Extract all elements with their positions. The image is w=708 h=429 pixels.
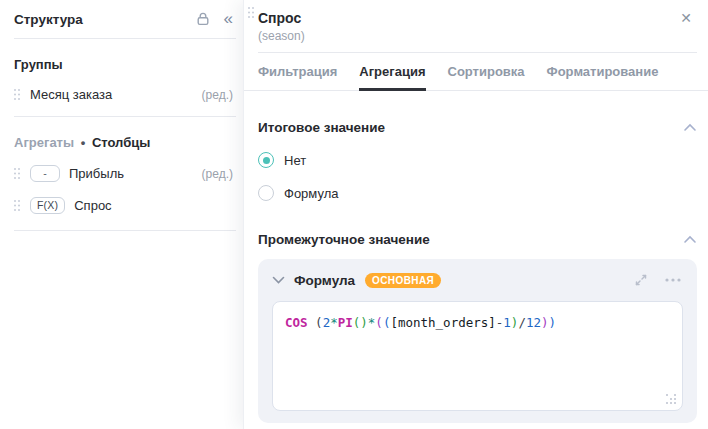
list-item-demand[interactable]: F(X) Спрос [14, 197, 233, 214]
columns-label: Столбцы [92, 135, 150, 150]
formula-card-header: Формула ОСНОВНАЯ [272, 267, 683, 293]
divider [14, 116, 236, 117]
divider [14, 38, 236, 39]
formula-card: Формула ОСНОВНАЯ [258, 259, 697, 423]
tab-formatting[interactable]: Форматирование [547, 53, 659, 91]
field-type-badge: - [30, 165, 60, 182]
tab-bar: Фильтрация Агрегация Сортировка Форматир… [258, 53, 697, 91]
radio-label: Нет [284, 153, 306, 168]
collapse-panel-icon[interactable]: « [224, 10, 233, 29]
drag-handle-icon[interactable] [14, 89, 20, 100]
groups-section-title: Группы [14, 57, 233, 72]
more-options-icon[interactable] [665, 278, 681, 282]
structure-panel: Структура « Группы Месяц заказа (ред.) А… [0, 0, 243, 429]
formula-block-title: Формула [294, 273, 355, 288]
radio-label: Формула [284, 186, 338, 201]
list-item-label: Месяц заказа [30, 87, 202, 102]
tab-filtering[interactable]: Фильтрация [258, 53, 337, 91]
list-item-label: Прибыль [69, 166, 202, 181]
expand-icon[interactable] [634, 273, 648, 287]
chevron-down-icon[interactable] [272, 276, 285, 284]
edit-link[interactable]: (ред.) [202, 167, 233, 181]
formula-code: COS (2*PI()*(([month_orders]-1)/12)) [285, 315, 670, 330]
radio-icon[interactable] [258, 185, 274, 201]
drag-handle-icon[interactable] [248, 7, 254, 18]
intermediate-value-title: Промежуточное значение [258, 232, 430, 247]
panel-header: Спрос (season) ✕ [258, 0, 697, 52]
radio-option-formula[interactable]: Формула [258, 185, 697, 201]
radio-option-none[interactable]: Нет [258, 152, 697, 168]
aggregates-section-title: Агрегаты • Столбцы [14, 135, 233, 150]
list-item-month-order[interactable]: Месяц заказа (ред.) [14, 87, 233, 102]
tab-aggregation[interactable]: Агрегация [359, 53, 425, 91]
formula-editor[interactable]: COS (2*PI()*(([month_orders]-1)/12)) [272, 301, 683, 411]
lock-icon[interactable] [195, 11, 211, 27]
edit-link[interactable]: (ред.) [202, 88, 233, 102]
list-item-label: Спрос [74, 198, 233, 213]
drag-handle-icon[interactable] [14, 168, 20, 179]
structure-title: Структура [14, 12, 195, 27]
formula-type-badge: F(X) [30, 197, 65, 214]
resize-handle-icon[interactable] [666, 394, 676, 404]
chevron-up-icon[interactable] [683, 235, 697, 244]
chevron-up-icon[interactable] [683, 123, 697, 132]
structure-header: Структура « [14, 0, 233, 38]
main-badge: ОСНОВНАЯ [365, 273, 441, 288]
radio-icon[interactable] [258, 152, 274, 168]
field-settings-panel: Спрос (season) ✕ Фильтрация Агрегация Со… [243, 0, 708, 429]
panel-title: Спрос [258, 10, 697, 26]
aggregates-label: Агрегаты [14, 135, 74, 150]
intermediate-value-section-header[interactable]: Промежуточное значение [258, 232, 697, 247]
panel-subtitle: (season) [258, 29, 697, 52]
dot-separator: • [81, 135, 86, 150]
tab-sorting[interactable]: Сортировка [448, 53, 525, 91]
divider [14, 230, 236, 231]
list-item-profit[interactable]: - Прибыль (ред.) [14, 165, 233, 182]
drag-handle-icon[interactable] [14, 200, 20, 211]
total-value-section-header[interactable]: Итоговое значение [258, 120, 697, 135]
total-value-title: Итоговое значение [258, 120, 385, 135]
close-icon[interactable]: ✕ [676, 6, 696, 30]
